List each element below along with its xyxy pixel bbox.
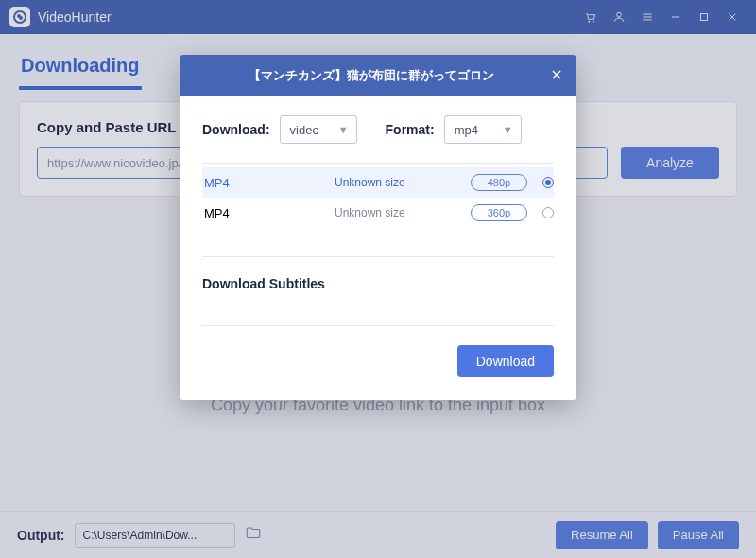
modal-overlay: 【マンチカンズ】猫が布団に群がってゴロン Download: video ▼ F… (0, 0, 756, 558)
option-radio[interactable] (542, 207, 554, 218)
dialog-title: 【マンチカンズ】猫が布団に群がってゴロン (193, 67, 550, 84)
option-format: MP4 (202, 206, 335, 220)
dialog-header: 【マンチカンズ】猫が布団に群がってゴロン (180, 55, 576, 96)
quality-option-row[interactable]: MP4Unknown size480p (202, 167, 554, 198)
format-select[interactable]: mp4 ▼ (444, 115, 522, 144)
download-type-select[interactable]: video ▼ (280, 115, 357, 144)
download-type-label: Download: (202, 122, 270, 137)
quality-options-list: MP4Unknown size480pMP4Unknown size360p (202, 167, 554, 228)
option-size: Unknown size (335, 176, 471, 189)
option-radio[interactable] (542, 177, 554, 188)
download-dialog: 【マンチカンズ】猫が布団に群がってゴロン Download: video ▼ F… (180, 55, 576, 400)
quality-option-row[interactable]: MP4Unknown size360p (202, 198, 554, 228)
download-type-value: video (290, 123, 319, 137)
caret-down-icon: ▼ (338, 124, 349, 135)
option-size: Unknown size (335, 206, 471, 219)
dialog-close-icon[interactable] (550, 66, 563, 86)
option-quality-badge: 360p (471, 204, 527, 221)
format-value: mp4 (455, 123, 478, 137)
download-button[interactable]: Download (457, 345, 554, 377)
option-format: MP4 (202, 176, 335, 190)
option-quality-badge: 480p (471, 174, 527, 191)
caret-down-icon: ▼ (503, 124, 513, 135)
select-row: Download: video ▼ Format: mp4 ▼ (202, 115, 554, 164)
format-label: Format: (386, 122, 435, 137)
subtitles-section-label: Download Subtitles (202, 256, 554, 291)
